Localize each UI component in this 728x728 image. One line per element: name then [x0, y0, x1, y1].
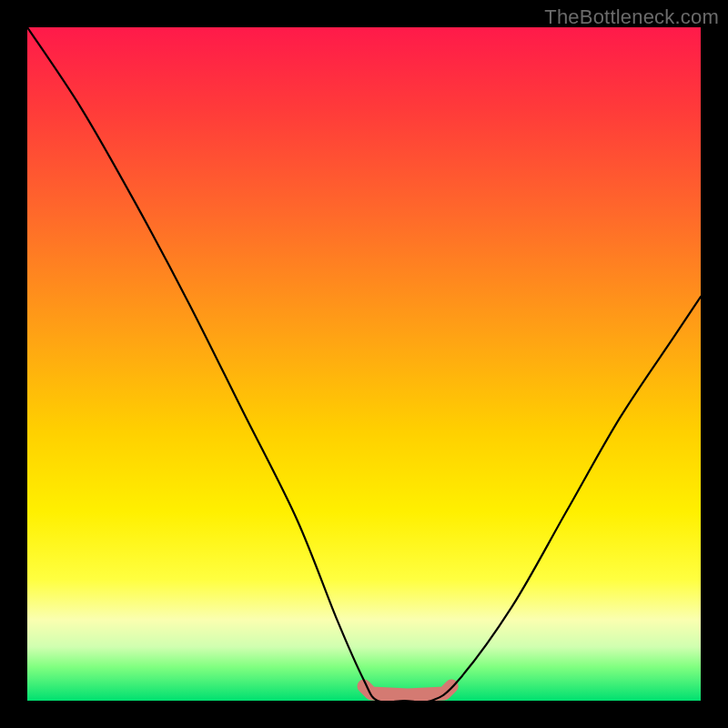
trough-marker: [364, 686, 451, 695]
plot-area: [27, 27, 701, 701]
watermark-text: TheBottleneck.com: [544, 5, 719, 29]
curve-layer: [27, 27, 701, 701]
chart-container: TheBottleneck.com: [0, 0, 728, 728]
bottleneck-curve: [27, 27, 701, 701]
